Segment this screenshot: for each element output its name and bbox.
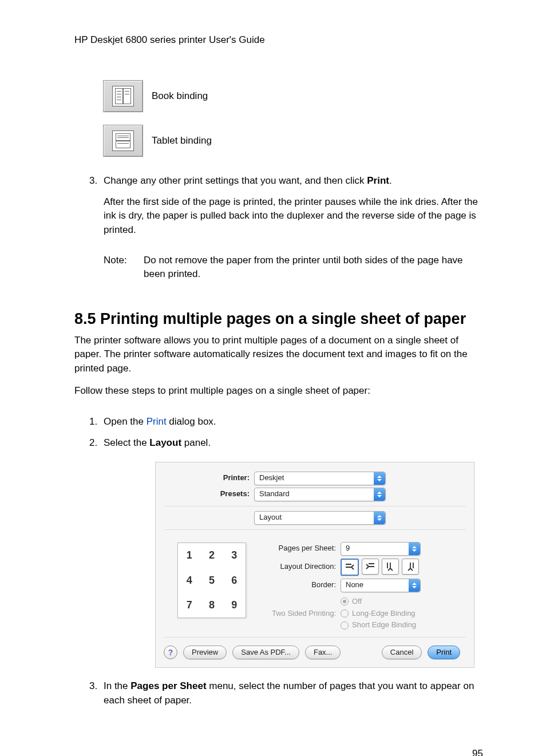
book-binding-row: Book binding (103, 80, 483, 112)
save-as-pdf-button[interactable]: Save As PDF... (232, 646, 299, 659)
section-p2: Follow these steps to print multiple pag… (74, 384, 483, 398)
cancel-button[interactable]: Cancel (382, 646, 422, 659)
page-header: HP Deskjet 6800 series printer User's Gu… (74, 34, 483, 46)
help-button[interactable]: ? (164, 646, 177, 659)
radio-off: Off (341, 596, 416, 607)
tablet-binding-icon (103, 125, 143, 157)
panel-select[interactable]: Layout (254, 511, 386, 525)
dropdown-arrows-icon (409, 543, 420, 555)
layout-direction-label: Layout Direction: (259, 561, 341, 572)
border-select[interactable]: None (341, 579, 421, 592)
dropdown-arrows-icon (374, 472, 385, 485)
note-label: Note: (104, 254, 144, 282)
fax-button[interactable]: Fax... (305, 646, 341, 659)
layout-direction-2[interactable] (362, 559, 379, 575)
layout-direction-3[interactable] (382, 559, 399, 575)
border-label: Border: (259, 580, 341, 591)
step-3: Change any other print settings that you… (100, 174, 483, 282)
section-heading: 8.5 Printing multiple pages on a single … (74, 310, 483, 328)
step-2: Select the Layout panel. Printer: Deskje… (100, 436, 483, 668)
layout-preview: 123 456 789 (177, 543, 246, 618)
dropdown-arrows-icon (374, 488, 385, 501)
presets-label: Presets: (164, 489, 254, 500)
preview-button[interactable]: Preview (183, 646, 227, 659)
book-binding-label: Book binding (152, 90, 208, 102)
step-3-body: After the first side of the page is prin… (104, 195, 483, 238)
radio-long-edge: Long-Edge Binding (341, 608, 416, 619)
layout-direction-1[interactable] (341, 559, 359, 576)
layout-direction-4[interactable] (402, 559, 419, 575)
tablet-binding-row: Tablet binding (103, 125, 483, 157)
print-dialog: Printer: Deskjet Presets: Standard (155, 462, 474, 668)
pages-per-sheet-label: Pages per Sheet: (259, 543, 341, 554)
print-button[interactable]: Print (428, 646, 460, 659)
step-1: Open the Print dialog box. (100, 415, 483, 429)
step-3-text: Change any other print settings that you… (104, 175, 392, 186)
note-body: Do not remove the paper from the printer… (144, 254, 483, 282)
dropdown-arrows-icon (409, 579, 420, 592)
tablet-binding-label: Tablet binding (152, 135, 212, 147)
book-binding-icon (103, 80, 143, 112)
section-p1: The printer software allows you to print… (74, 334, 483, 376)
radio-short-edge: Short Edge Binding (341, 620, 416, 631)
step-3b: In the Pages per Sheet menu, select the … (100, 679, 483, 707)
page-number: 95 (74, 748, 483, 757)
two-sided-label: Two Sided Printing: (259, 608, 341, 619)
print-link[interactable]: Print (147, 416, 167, 427)
pages-per-sheet-select[interactable]: 9 (341, 542, 421, 556)
dropdown-arrows-icon (374, 512, 385, 524)
printer-select[interactable]: Deskjet (254, 472, 386, 485)
printer-label: Printer: (164, 473, 254, 484)
presets-select[interactable]: Standard (254, 488, 386, 501)
note-block: Note: Do not remove the paper from the p… (104, 254, 483, 282)
